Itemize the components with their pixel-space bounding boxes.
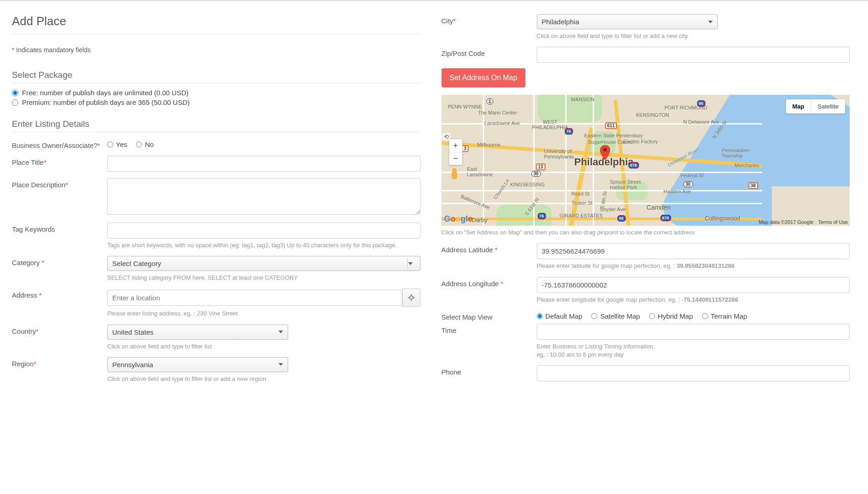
map-poi-label: University of Pennsylvania bbox=[544, 148, 574, 159]
address-label: Address bbox=[12, 291, 37, 299]
zoom-in-button[interactable]: + bbox=[449, 139, 462, 152]
required-marker: * bbox=[495, 246, 497, 254]
required-marker: * bbox=[98, 141, 100, 149]
map-poi-label: Millbourne bbox=[477, 142, 501, 147]
owner-no-radio[interactable] bbox=[136, 141, 142, 147]
required-marker: * bbox=[66, 181, 68, 189]
map-route-badge: 1 bbox=[486, 98, 494, 104]
zoom-out-button[interactable]: − bbox=[449, 152, 462, 165]
mapview-hybrid-radio[interactable] bbox=[649, 313, 655, 319]
phone-label: Phone bbox=[442, 368, 461, 376]
city-label: City bbox=[442, 17, 453, 25]
time-input[interactable] bbox=[537, 324, 850, 340]
map-route-badge: 76 bbox=[565, 128, 573, 135]
map-pin-icon[interactable] bbox=[600, 145, 610, 161]
map-attribution: Map data ©2017 Google bbox=[759, 219, 813, 225]
region-label: Region bbox=[12, 360, 34, 368]
map-help: Click on "Set Address on Map" and then y… bbox=[442, 228, 850, 237]
required-marker: * bbox=[39, 291, 42, 299]
google-logo: Google bbox=[444, 214, 473, 224]
region-select[interactable]: Pennsylvania bbox=[107, 357, 288, 372]
longitude-label: Address Longitude bbox=[442, 280, 499, 288]
map-poi-label: Eastern State Penitentiary bbox=[584, 133, 643, 138]
pegman-icon[interactable] bbox=[450, 168, 459, 181]
mapview-satellite-radio[interactable] bbox=[591, 313, 597, 319]
map-route-badge: 13 bbox=[536, 163, 546, 170]
map-route-badge: 76 bbox=[538, 213, 546, 219]
country-help: Click on above field and type to filter … bbox=[107, 342, 420, 351]
address-input[interactable] bbox=[107, 290, 402, 306]
map-type-map[interactable]: Map bbox=[786, 99, 811, 114]
map-canvas[interactable]: Philadelphia PENN WYNNE MANSION PORT RIC… bbox=[442, 95, 850, 226]
place-title-input[interactable] bbox=[107, 156, 420, 172]
map-poi-label: Lansdowne Ave bbox=[485, 120, 520, 126]
geolocate-button[interactable] bbox=[402, 288, 420, 307]
category-label: Category bbox=[12, 259, 40, 266]
owner-yes-option[interactable]: Yes bbox=[107, 141, 127, 148]
map-route-badge: 611 bbox=[605, 122, 617, 129]
map-poi-label: Electric Factory bbox=[623, 139, 658, 144]
place-description-input[interactable] bbox=[107, 178, 420, 215]
package-premium-option[interactable]: Premium: number of publish days are 365 … bbox=[12, 98, 420, 107]
mandatory-note: * Indicates mandatory fields bbox=[12, 43, 420, 58]
longitude-input[interactable] bbox=[537, 277, 850, 293]
map-terms-link[interactable]: Terms of Use bbox=[818, 219, 848, 225]
map-route-badge: 30 bbox=[531, 171, 541, 177]
mapview-default-option[interactable]: Default Map bbox=[537, 312, 583, 320]
map-container[interactable]: Philadelphia PENN WYNNE MANSION PORT RIC… bbox=[442, 95, 850, 226]
mapview-terrain-radio[interactable] bbox=[702, 313, 708, 319]
category-select[interactable]: Select Category bbox=[107, 256, 420, 271]
mapview-satellite-option[interactable]: Satellite Map bbox=[591, 312, 640, 320]
map-poi-label: Reed St bbox=[572, 191, 590, 196]
zip-label: Zip/Post Code bbox=[442, 49, 485, 57]
map-poi-label: Tasker St bbox=[572, 200, 593, 206]
crosshair-icon bbox=[407, 293, 415, 302]
map-route-badge: 95 bbox=[697, 100, 705, 107]
section-listing-details: Enter Listing Details bbox=[12, 119, 420, 132]
map-route-badge: 95 bbox=[617, 215, 626, 222]
mapview-default-radio[interactable] bbox=[537, 313, 543, 319]
map-poi-label: WEST PHILADELPHIA bbox=[532, 119, 568, 130]
set-address-button[interactable]: Set Address On Map bbox=[442, 68, 526, 87]
mapview-label: Select Map View bbox=[442, 313, 492, 321]
tag-keywords-input[interactable] bbox=[107, 223, 420, 239]
mapview-terrain-option[interactable]: Terrain Map bbox=[702, 312, 747, 320]
map-poi-label: Merchantvi bbox=[735, 163, 759, 168]
map-poi-label: Haddon Ave bbox=[664, 189, 691, 194]
required-marker: * bbox=[36, 327, 39, 335]
map-type-satellite[interactable]: Satellite bbox=[811, 99, 845, 114]
map-poi-label: Church Ln bbox=[492, 178, 510, 200]
phone-input[interactable] bbox=[537, 365, 850, 381]
mapview-hybrid-option[interactable]: Hybrid Map bbox=[649, 312, 693, 320]
map-poi-label: Camden bbox=[647, 204, 671, 211]
region-selected-value: Pennsylvania bbox=[112, 361, 153, 369]
map-poi-label: KINGSESSING bbox=[510, 182, 545, 187]
package-premium-radio[interactable] bbox=[12, 99, 18, 106]
required-marker: * bbox=[44, 158, 46, 166]
required-marker: * bbox=[34, 360, 37, 368]
package-free-radio[interactable] bbox=[12, 90, 18, 96]
map-poi-label: Baltimore Ave bbox=[460, 194, 491, 210]
country-select[interactable]: United States bbox=[107, 325, 288, 340]
owner-yes-radio[interactable] bbox=[107, 141, 113, 147]
latitude-input[interactable] bbox=[537, 243, 850, 259]
package-free-option[interactable]: Free: number of publish days are unlimit… bbox=[12, 88, 420, 98]
zip-input[interactable] bbox=[537, 47, 850, 63]
time-label: Time bbox=[442, 326, 457, 334]
map-poi-label: The Mann Center bbox=[478, 110, 518, 115]
map-type-control[interactable]: Map Satellite bbox=[786, 99, 845, 114]
owner-no-option[interactable]: No bbox=[136, 141, 153, 148]
map-poi-label: Spruce Street Harbor Park bbox=[610, 179, 641, 190]
map-poi-label: Federal St bbox=[681, 173, 704, 178]
required-marker: * bbox=[501, 280, 503, 288]
region-help: Click on above field and type to filter … bbox=[107, 375, 420, 383]
tag-keywords-help: Tags are short keywords, with no space w… bbox=[107, 241, 420, 250]
place-description-label: Place Description bbox=[12, 181, 66, 189]
map-route-badge: 676 bbox=[628, 162, 639, 168]
page-title: Add Place bbox=[12, 14, 420, 34]
city-select[interactable]: Philadelphia bbox=[537, 14, 718, 29]
map-poi-label: Pennsauken Township bbox=[722, 147, 750, 158]
required-marker: * bbox=[453, 17, 456, 25]
package-premium-label: Premium: number of publish days are 365 … bbox=[22, 98, 190, 106]
svg-point-0 bbox=[409, 296, 413, 300]
